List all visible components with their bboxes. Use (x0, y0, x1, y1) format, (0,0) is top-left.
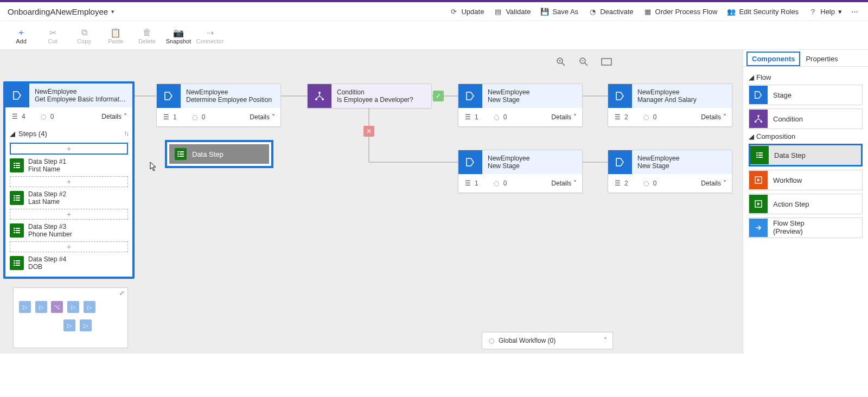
steps-count-icon: ☰ (11, 113, 18, 120)
stage-node-new-stage-bottom-2[interactable]: NewEmployeeNew Stage ☰2◌0Details ˅ (608, 150, 732, 193)
stage-icon (608, 84, 632, 108)
validate-button[interactable]: ▤Validate (494, 7, 531, 16)
svg-rect-10 (16, 165, 20, 166)
stage-node-get-employee-basic-information[interactable]: NewEmployee Get Employee Basic Informati… (3, 81, 135, 279)
help-button[interactable]: ?Help▾ (808, 7, 842, 16)
component-flow-step[interactable]: Flow Step (Preview) (749, 217, 863, 238)
minimap-expand-icon[interactable]: ⤢ (118, 289, 125, 297)
add-button[interactable]: ＋Add (5, 23, 37, 48)
collapse-icon[interactable]: ◢ (749, 73, 754, 81)
details-toggle[interactable]: Details ˅ (701, 180, 726, 187)
stage-node-new-stage-bottom-1[interactable]: NewEmployeeNew Stage ☰1◌0Details ˅ (458, 150, 583, 193)
delete-button[interactable]: 🗑Delete (131, 23, 163, 48)
reorder-arrows[interactable]: ↑↓ (124, 130, 128, 137)
svg-rect-38 (177, 156, 179, 157)
tab-properties[interactable]: Properties (800, 52, 843, 66)
step-row[interactable]: Data Step #4DOB (10, 254, 128, 272)
details-toggle[interactable]: Details ˅ (551, 180, 577, 187)
paste-button[interactable]: 📋Paste (100, 23, 131, 48)
details-toggle[interactable]: Details ˅ (701, 113, 726, 121)
collapse-icon[interactable]: ◢ (749, 132, 754, 140)
component-workflow[interactable]: Workflow (749, 170, 863, 190)
svg-point-49 (755, 121, 757, 123)
svg-rect-18 (16, 200, 20, 201)
drag-ghost-data-step[interactable]: Data Step (165, 140, 273, 168)
svg-rect-19 (14, 228, 15, 229)
svg-rect-24 (16, 232, 20, 233)
global-workflow-bar[interactable]: ◌ Global Workflow (0) ˄ (482, 332, 613, 349)
svg-rect-13 (14, 195, 15, 196)
validate-icon: ▤ (494, 7, 502, 16)
stage-node-new-stage-top[interactable]: NewEmployeeNew Stage ☰1◌0Details ˅ (458, 84, 583, 127)
more-button[interactable]: ⋯ (850, 8, 860, 16)
stage-node-manager-and-salary[interactable]: NewEmployeeManager And Salary ☰2◌0Detail… (608, 84, 732, 127)
details-toggle[interactable]: Details ˅ (250, 113, 275, 121)
svg-point-32 (315, 98, 317, 100)
component-data-step[interactable]: Data Step (749, 144, 863, 167)
help-icon: ? (808, 7, 817, 16)
svg-rect-36 (177, 153, 179, 155)
triggers-count-icon: ◌ (191, 113, 199, 121)
component-condition[interactable]: Condition (749, 108, 863, 129)
collapse-icon[interactable]: ◢ (10, 130, 15, 138)
svg-rect-30 (16, 265, 20, 266)
add-step-slot[interactable]: + (10, 209, 128, 220)
tab-components[interactable]: Components (746, 52, 800, 66)
step-row[interactable]: Data Step #2Last Name (10, 189, 128, 207)
condition-no-marker: ✕ (363, 126, 374, 137)
connector-button[interactable]: ⇢Connector (194, 23, 226, 48)
svg-rect-20 (16, 228, 20, 229)
copy-button[interactable]: ⧉Copy (68, 23, 100, 48)
svg-rect-52 (758, 152, 763, 153)
details-toggle[interactable]: Details ˅ (551, 113, 577, 121)
chevron-down-icon: ˅ (272, 113, 275, 121)
condition-icon (308, 84, 331, 108)
condition-node-is-developer[interactable]: ConditionIs Employee a Developer? (307, 84, 432, 108)
minimap-node: ▷ (19, 301, 31, 313)
condition-icon (749, 110, 768, 128)
cut-button[interactable]: ✂Cut (37, 23, 68, 48)
update-button[interactable]: ⟳Update (449, 7, 484, 16)
order-process-flow-button[interactable]: ▦Order Process Flow (643, 7, 718, 16)
refresh-icon: ⟳ (449, 7, 458, 16)
component-stage[interactable]: Stage (749, 85, 863, 105)
fit-to-screen-button[interactable] (600, 55, 613, 68)
chevron-up-icon: ˄ (124, 113, 127, 120)
node-entity: NewEmployee (35, 88, 127, 95)
data-step-icon (10, 158, 24, 172)
svg-rect-56 (758, 157, 763, 158)
minimap-node: ▷ (80, 319, 92, 331)
svg-point-31 (318, 92, 321, 94)
details-toggle[interactable]: Details ˄ (101, 113, 127, 120)
stage-icon (608, 150, 632, 174)
stage-icon (157, 84, 181, 108)
add-step-slot[interactable]: + (10, 241, 128, 252)
minimap[interactable]: ⤢ ▷ ▷ ⌥ ▷ ▷ ▷ ▷ (13, 287, 128, 348)
deactivate-button[interactable]: ◔Deactivate (588, 7, 633, 16)
step-row[interactable]: Data Step #1First Name (10, 156, 128, 175)
svg-line-41 (562, 63, 565, 66)
process-title[interactable]: OnboardingANewEmployee ▾ (8, 7, 114, 16)
zoom-controls (554, 55, 613, 68)
step-row[interactable]: Data Step #3Phone Number (10, 221, 128, 240)
add-step-slot[interactable]: + (10, 176, 128, 187)
zoom-in-button[interactable] (554, 55, 567, 68)
stage-icon (458, 84, 482, 108)
stage-node-determine-position[interactable]: NewEmployeeDetermine Employee Position ☰… (156, 84, 281, 127)
save-as-button[interactable]: 💾Save As (540, 7, 578, 16)
edit-security-roles-button[interactable]: 👥Edit Security Roles (727, 7, 799, 16)
svg-point-33 (322, 98, 324, 100)
svg-rect-47 (602, 59, 611, 65)
zoom-out-button[interactable] (577, 55, 590, 68)
snapshot-button[interactable]: 📷Snapshot (163, 23, 194, 48)
header-bar: OnboardingANewEmployee ▾ ⟳Update ▤Valida… (0, 2, 868, 21)
toolbar: ＋Add ✂Cut ⧉Copy 📋Paste 🗑Delete 📷Snapshot… (0, 21, 868, 50)
svg-rect-55 (756, 157, 758, 158)
data-step-icon (175, 148, 187, 160)
add-step-slot[interactable]: + (10, 143, 128, 155)
data-step-icon (750, 146, 769, 164)
svg-rect-54 (758, 155, 763, 156)
stage-icon (749, 86, 768, 104)
component-action-step[interactable]: Action Step (749, 194, 863, 214)
designer-canvas[interactable]: NewEmployee Get Employee Basic Informati… (0, 50, 743, 354)
